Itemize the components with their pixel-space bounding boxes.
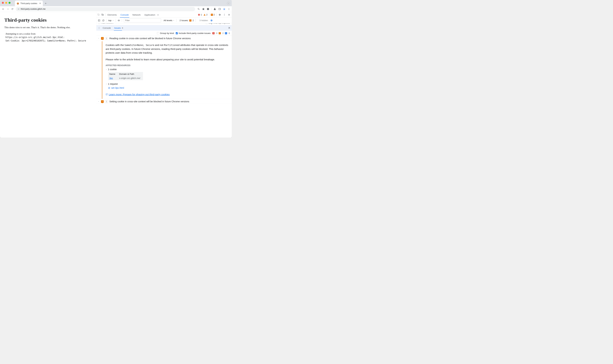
devtools: Elements Console Network Application » 1 <box>96 12 232 138</box>
error-badge[interactable]: 1 <box>198 13 202 16</box>
svg-point-20 <box>99 28 99 28</box>
issue-row[interactable]: ! 1 Reading cookie in cross-site context… <box>96 36 232 40</box>
traffic-lights <box>2 2 11 4</box>
settings-icon[interactable] <box>218 13 221 16</box>
sidepanel-icon[interactable] <box>218 8 221 10</box>
request-link[interactable]: set-3pc.html <box>108 87 230 89</box>
browser-tab[interactable]: 🍪 Third-party cookies ✕ <box>15 1 43 6</box>
warning-count-icon: ! <box>219 32 221 34</box>
clear-console-icon[interactable] <box>102 19 104 22</box>
issues-count-button[interactable]: 2 Issues: ! 2 <box>180 19 194 22</box>
titlebar: 🍪 Third-party cookies ✕ + <box>0 0 232 6</box>
labs-icon[interactable] <box>213 8 216 10</box>
page-title: Third-party cookies <box>4 17 92 23</box>
breaking-change-icon: ! <box>101 100 104 103</box>
svg-point-2 <box>229 8 229 9</box>
site-settings-icon[interactable] <box>18 8 20 10</box>
issue-row[interactable]: ! 1 Setting cookie in cross-site context… <box>96 99 232 104</box>
disclosure-icon[interactable] <box>98 100 100 103</box>
issue-body: Cookies with the SameSite=None; Secure a… <box>102 41 232 99</box>
back-button[interactable] <box>1 7 5 11</box>
svg-point-11 <box>224 14 224 14</box>
issue-description: Cookies with the SameSite=None; Secure a… <box>106 43 230 55</box>
tab-elements[interactable]: Elements <box>106 12 118 18</box>
svg-point-4 <box>229 10 229 10</box>
zoom-icon[interactable] <box>197 8 200 10</box>
window-close-icon[interactable] <box>2 2 4 4</box>
cookie-table: Name Domain & Path 3pc x-origin-src.glit… <box>108 72 143 80</box>
disclosure-icon[interactable] <box>98 37 100 39</box>
more-tabs-icon[interactable]: » <box>157 13 158 16</box>
table-header: Name <box>108 72 118 76</box>
log-xhr-checkbox[interactable] <box>206 23 208 24</box>
svg-rect-1 <box>220 8 221 10</box>
levels-select[interactable]: All levels <box>164 19 174 22</box>
info-count-icon <box>225 32 227 34</box>
cookie-group-toggle[interactable]: 1 cookie <box>106 68 230 71</box>
cookie-domain: x-origin-src.glitch.me/ <box>118 76 143 80</box>
page-paragraph: This demo tries to set one. That's it. T… <box>4 26 92 29</box>
drawer-menu-icon[interactable] <box>98 26 101 29</box>
table-header: Domain & Path <box>118 72 143 76</box>
drawer-close-icon[interactable] <box>228 26 230 29</box>
inspect-icon[interactable] <box>97 13 100 16</box>
table-row: 3pc x-origin-src.glitch.me/ <box>108 76 143 80</box>
window-maximize-icon[interactable] <box>9 2 11 4</box>
svg-point-19 <box>99 27 99 27</box>
issues-list: ! 1 Reading cookie in cross-site context… <box>96 36 232 138</box>
include-3p-checkbox[interactable]: Include third-party cookie issues <box>176 32 211 34</box>
drawer-tab-close-icon[interactable]: ✕ <box>122 27 123 29</box>
chrome-menu-icon[interactable] <box>227 8 230 10</box>
url-text: third-party-cookies.glitch.me <box>21 8 45 10</box>
group-by-kind-checkbox[interactable]: Group by kind <box>157 32 174 34</box>
issues-badge[interactable]: ! 2 <box>211 13 215 16</box>
svg-point-3 <box>229 9 229 9</box>
devtools-close-icon[interactable] <box>227 13 231 16</box>
device-toggle-icon[interactable] <box>101 13 104 16</box>
filter-input[interactable] <box>124 18 161 22</box>
request-group-toggle[interactable]: 1 request <box>106 83 230 85</box>
bookmark-icon[interactable] <box>202 8 205 10</box>
issue-title: Setting cookie in cross-site context wil… <box>109 100 189 103</box>
learn-more-link[interactable]: Learn more: Prepare for phasing out thir… <box>106 93 230 96</box>
issue-kind-counts: ✕0 !2 0 <box>212 32 230 34</box>
devtools-menu-icon[interactable] <box>223 13 226 16</box>
favicon-icon: 🍪 <box>17 2 19 4</box>
tabs-dropdown-icon[interactable] <box>227 2 230 5</box>
tab-network[interactable]: Network <box>131 12 142 18</box>
hide-network-checkbox[interactable] <box>98 23 100 24</box>
log-line: https://x-origin-src.glitch.me/set-3pc.h… <box>5 36 92 39</box>
issue-title: Reading cookie in cross-site context wil… <box>109 37 191 40</box>
page-content: Third-party cookies This demo tries to s… <box>0 12 96 138</box>
issue-description: Please refer to the article linked to le… <box>106 58 230 61</box>
show-sidebar-icon[interactable] <box>98 19 100 22</box>
tab-application[interactable]: Application <box>143 12 157 18</box>
breaking-change-icon: ! <box>101 37 104 40</box>
console-settings-icon[interactable] <box>210 19 213 22</box>
toolbar: third-party-cookies.glitch.me <box>0 6 232 12</box>
drawer-tab-issues[interactable]: Issues ✕ <box>113 25 125 31</box>
address-bar[interactable]: third-party-cookies.glitch.me <box>16 7 195 11</box>
svg-rect-14 <box>98 20 100 21</box>
profile-icon[interactable] <box>223 8 226 10</box>
context-select[interactable]: top <box>108 19 114 22</box>
tab-close-icon[interactable]: ✕ <box>39 2 41 5</box>
drawer-tab-console[interactable]: Console <box>101 25 112 31</box>
new-tab-button[interactable]: + <box>44 2 47 5</box>
svg-point-12 <box>224 14 224 15</box>
extensions-icon[interactable] <box>207 8 209 10</box>
live-expression-icon[interactable] <box>117 19 120 22</box>
cookie-name-link[interactable]: 3pc <box>109 77 113 79</box>
svg-point-13 <box>224 15 224 16</box>
forward-button[interactable] <box>6 7 10 11</box>
issue-count: 1 <box>105 37 108 40</box>
tab-console[interactable]: Console <box>119 12 130 18</box>
window-minimize-icon[interactable] <box>5 2 7 4</box>
reload-button[interactable] <box>11 7 14 11</box>
warning-badge[interactable]: 2 <box>204 13 208 16</box>
drawer-tabs: Console Issues ✕ <box>96 25 232 31</box>
svg-point-21 <box>99 28 99 29</box>
affected-resources-heading: Affected Resources <box>106 64 230 66</box>
svg-point-18 <box>118 20 119 21</box>
hidden-messages[interactable]: 3 hidden <box>199 19 208 22</box>
